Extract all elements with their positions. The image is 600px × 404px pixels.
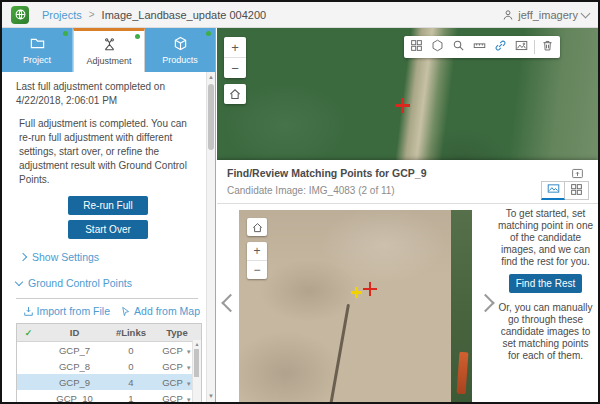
import-icon [23,306,34,317]
person-icon [502,9,514,21]
gcp-links-cell[interactable]: 0 [109,342,153,359]
adjustment-description: Full adjustment is completed. You can re… [16,117,200,187]
table-scrollbar[interactable]: ▲ ▼ [192,340,201,402]
image-display-tool-button[interactable] [511,37,532,57]
breadcrumb-separator: > [89,9,95,20]
panel-scrollbar[interactable]: ▲ ▼ [206,72,215,402]
cube-icon [173,36,188,53]
globe-icon [14,8,27,21]
candidate-image-canvas[interactable]: + − [239,210,472,402]
dropdown-arrow-icon[interactable]: ▼ [186,365,192,371]
basemap-tool-button[interactable] [427,37,448,57]
tab-label: Project [23,55,51,65]
status-dot-icon [63,31,68,36]
select-all-check-icon[interactable]: ✓ [17,324,40,342]
delete-tool-button[interactable] [537,37,558,57]
column-header-links[interactable]: #Links [109,324,153,342]
scrollbar-thumb[interactable] [208,84,214,150]
app-window: Projects > Image_Landbase_update 004200 … [0,0,600,404]
column-header-type[interactable]: Type [153,324,201,342]
single-image-view-button[interactable] [541,181,565,200]
rerun-full-button[interactable]: Re-run Full [68,196,148,215]
gcp-table-row[interactable]: GCP_101GCP▼ [17,390,201,402]
row-select-cell[interactable] [17,358,40,374]
divider [16,298,198,299]
dropdown-arrow-icon[interactable]: ▼ [186,381,192,387]
last-run-status-text: Last full adjustment completed on 4/22/2… [16,80,200,108]
image-collection-tool-button[interactable] [406,37,427,57]
chevron-down-icon [15,278,23,286]
gcp-table-row[interactable]: GCP_94GCP▼ [17,374,201,390]
start-over-button[interactable]: Start Over [68,220,148,239]
gcp-table: ✓ ID #Links Type GCP_70GCP▼GCP_80GCP▼GCP… [16,323,202,402]
tab-adjustment[interactable]: Adjustment [73,28,145,72]
status-dot-icon [135,34,140,39]
show-settings-toggle[interactable]: Show Settings [20,251,200,263]
adjustment-icon [102,37,117,54]
gcp-id-cell[interactable]: GCP_8 [40,358,109,374]
map-canvas[interactable]: + − Find/Review Matching Points for GCP_… [217,28,598,402]
matching-points-panel: Find/Review Matching Points for GCP_9 Ca… [217,160,598,402]
gcp-links-cell[interactable]: 0 [109,358,153,374]
orange-marker-cone [457,352,469,395]
tab-project[interactable]: Project [2,28,73,72]
grid-view-icon [570,183,583,199]
user-name: jeff_imagery [518,9,578,21]
scrollbar-thumb[interactable] [194,349,199,377]
link-tool-button[interactable] [490,37,511,57]
row-select-cell[interactable] [17,390,40,402]
map-zoom-control: + − [224,37,246,78]
search-icon [452,39,465,55]
gcp-id-cell[interactable]: GCP_10 [40,390,109,402]
tab-products[interactable]: Products [145,28,215,72]
gcp-section-toggle[interactable]: Ground Control Points [16,277,200,289]
link-icon [494,39,507,55]
add-from-map-link[interactable]: Add from Map [120,305,200,317]
row-select-cell[interactable] [17,374,40,390]
user-menu[interactable]: jeff_imagery [502,9,589,21]
search-tool-button[interactable] [448,37,469,57]
image-home-button[interactable] [247,218,267,236]
panel-tabs: ProjectAdjustmentProducts [2,28,215,72]
gcp-id-cell[interactable]: GCP_9 [40,374,109,390]
map-toolbar [404,36,560,58]
gcp-links-cell[interactable]: 4 [109,374,153,390]
single-image-view-icon [547,182,560,198]
column-header-id[interactable]: ID [40,324,109,342]
expand-panel-button[interactable] [571,166,585,179]
scroll-up-icon[interactable]: ▲ [193,340,201,348]
previous-image-button[interactable] [220,293,241,314]
esri-logo[interactable] [11,6,29,24]
grid-view-button[interactable] [565,181,589,200]
gcp-links-cell[interactable]: 1 [109,390,153,402]
image-collection-icon [410,39,423,55]
image-display-icon [515,39,528,55]
zoom-in-button[interactable]: + [224,37,246,57]
home-extent-button[interactable] [224,84,246,104]
view-mode-toggles [541,181,589,200]
scroll-down-icon[interactable]: ▼ [207,392,215,401]
import-from-file-link[interactable]: Import from File [23,305,111,317]
dropdown-arrow-icon[interactable]: ▼ [186,349,192,355]
tab-label: Products [162,55,198,65]
matching-panel-content: + − To get started, set matching point i… [217,204,598,402]
next-image-button[interactable] [475,293,496,314]
basemap-icon [431,39,444,55]
scroll-up-icon[interactable]: ▲ [207,73,215,82]
measure-tool-button[interactable] [469,37,490,57]
pole-shadow [324,304,350,402]
zoom-out-button[interactable]: − [247,260,267,279]
matching-point-yellow-cross [351,287,362,298]
gcp-table-row[interactable]: GCP_80GCP▼ [17,358,201,374]
breadcrumb-projects-link[interactable]: Projects [42,9,82,21]
gcp-table-row[interactable]: GCP_70GCP▼ [17,342,201,359]
zoom-in-button[interactable]: + [247,242,267,260]
dropdown-arrow-icon[interactable]: ▼ [186,397,192,403]
gcp-id-cell[interactable]: GCP_7 [40,342,109,359]
find-the-rest-button[interactable]: Find the Rest [509,274,582,293]
folder-icon [30,36,45,53]
top-bar: Projects > Image_Landbase_update 004200 … [2,2,598,28]
zoom-out-button[interactable]: − [224,57,246,78]
row-select-cell[interactable] [17,342,40,359]
chevron-right-icon [476,294,494,312]
